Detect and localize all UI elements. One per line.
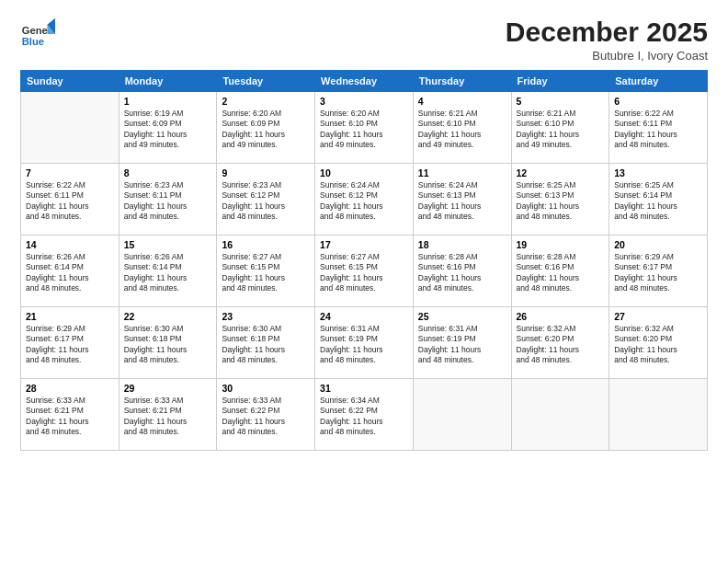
day-info: Sunrise: 6:31 AMSunset: 6:19 PMDaylight:… [418, 324, 506, 366]
page: General Blue December 2025 Butubre I, Iv… [0, 0, 728, 563]
weekday-saturday: Saturday [609, 71, 708, 92]
day-info: Sunrise: 6:31 AMSunset: 6:19 PMDaylight:… [320, 324, 408, 366]
day-info: Sunrise: 6:30 AMSunset: 6:18 PMDaylight:… [222, 324, 310, 366]
week-row-4: 21Sunrise: 6:29 AMSunset: 6:17 PMDayligh… [21, 307, 708, 379]
day-number: 8 [124, 167, 212, 178]
calendar-cell: 8Sunrise: 6:23 AMSunset: 6:11 PMDaylight… [119, 164, 217, 236]
day-info: Sunrise: 6:24 AMSunset: 6:12 PMDaylight:… [320, 180, 408, 223]
calendar-cell: 15Sunrise: 6:26 AMSunset: 6:14 PMDayligh… [119, 236, 217, 307]
calendar-cell: 21Sunrise: 6:29 AMSunset: 6:17 PMDayligh… [21, 307, 119, 379]
day-number: 23 [222, 311, 310, 322]
day-number: 2 [222, 96, 310, 107]
day-number: 16 [222, 239, 310, 250]
day-number: 4 [418, 96, 506, 107]
calendar-cell: 1Sunrise: 6:19 AMSunset: 6:09 PMDaylight… [119, 92, 217, 164]
day-number: 30 [222, 383, 310, 394]
calendar-cell: 20Sunrise: 6:29 AMSunset: 6:17 PMDayligh… [609, 236, 708, 307]
day-number: 19 [517, 239, 605, 250]
day-info: Sunrise: 6:23 AMSunset: 6:12 PMDaylight:… [222, 180, 310, 223]
calendar-cell: 4Sunrise: 6:21 AMSunset: 6:10 PMDaylight… [413, 92, 511, 164]
day-number: 7 [26, 167, 114, 178]
calendar-cell: 18Sunrise: 6:28 AMSunset: 6:16 PMDayligh… [413, 236, 511, 307]
day-number: 25 [418, 311, 506, 322]
calendar-cell: 14Sunrise: 6:26 AMSunset: 6:14 PMDayligh… [21, 236, 119, 307]
day-info: Sunrise: 6:33 AMSunset: 6:21 PMDaylight:… [26, 396, 114, 438]
day-number: 27 [614, 311, 702, 322]
day-info: Sunrise: 6:33 AMSunset: 6:22 PMDaylight:… [222, 396, 310, 438]
day-info: Sunrise: 6:22 AMSunset: 6:11 PMDaylight:… [614, 109, 702, 151]
location: Butubre I, Ivory Coast [506, 49, 708, 63]
calendar-cell: 30Sunrise: 6:33 AMSunset: 6:22 PMDayligh… [217, 379, 315, 451]
day-number: 3 [320, 96, 408, 107]
day-info: Sunrise: 6:21 AMSunset: 6:10 PMDaylight:… [517, 109, 605, 151]
day-number: 31 [320, 383, 408, 394]
day-number: 28 [26, 383, 114, 394]
weekday-header-row: SundayMondayTuesdayWednesdayThursdayFrid… [21, 71, 708, 92]
day-info: Sunrise: 6:28 AMSunset: 6:16 PMDaylight:… [517, 252, 605, 294]
weekday-friday: Friday [511, 71, 609, 92]
calendar-cell: 5Sunrise: 6:21 AMSunset: 6:10 PMDaylight… [511, 92, 609, 164]
calendar-cell: 13Sunrise: 6:25 AMSunset: 6:14 PMDayligh… [609, 164, 708, 236]
day-number: 1 [124, 96, 212, 107]
title-block: December 2025 Butubre I, Ivory Coast [506, 17, 708, 63]
day-info: Sunrise: 6:32 AMSunset: 6:20 PMDaylight:… [517, 324, 605, 366]
logo: General Blue [20, 17, 55, 52]
calendar-cell: 27Sunrise: 6:32 AMSunset: 6:20 PMDayligh… [609, 307, 708, 379]
weekday-tuesday: Tuesday [217, 71, 315, 92]
calendar-cell: 3Sunrise: 6:20 AMSunset: 6:10 PMDaylight… [315, 92, 414, 164]
day-info: Sunrise: 6:22 AMSunset: 6:11 PMDaylight:… [26, 180, 114, 223]
calendar-cell: 23Sunrise: 6:30 AMSunset: 6:18 PMDayligh… [217, 307, 315, 379]
weekday-thursday: Thursday [413, 71, 511, 92]
calendar-cell: 6Sunrise: 6:22 AMSunset: 6:11 PMDaylight… [609, 92, 708, 164]
calendar-cell [609, 379, 708, 451]
day-info: Sunrise: 6:27 AMSunset: 6:15 PMDaylight:… [222, 252, 310, 294]
day-number: 11 [418, 167, 506, 178]
calendar-cell: 7Sunrise: 6:22 AMSunset: 6:11 PMDaylight… [21, 164, 119, 236]
day-info: Sunrise: 6:26 AMSunset: 6:14 PMDaylight:… [26, 252, 114, 294]
day-number: 20 [614, 239, 702, 250]
calendar-cell: 12Sunrise: 6:25 AMSunset: 6:13 PMDayligh… [511, 164, 609, 236]
day-number: 29 [124, 383, 212, 394]
calendar-cell: 16Sunrise: 6:27 AMSunset: 6:15 PMDayligh… [217, 236, 315, 307]
day-info: Sunrise: 6:20 AMSunset: 6:10 PMDaylight:… [320, 109, 408, 151]
day-number: 24 [320, 311, 408, 322]
day-number: 14 [26, 239, 114, 250]
week-row-3: 14Sunrise: 6:26 AMSunset: 6:14 PMDayligh… [21, 236, 708, 307]
day-number: 15 [124, 239, 212, 250]
day-info: Sunrise: 6:20 AMSunset: 6:09 PMDaylight:… [222, 109, 310, 151]
day-info: Sunrise: 6:25 AMSunset: 6:14 PMDaylight:… [614, 180, 702, 223]
day-number: 6 [614, 96, 702, 107]
month-title: December 2025 [506, 17, 708, 47]
day-info: Sunrise: 6:29 AMSunset: 6:17 PMDaylight:… [614, 252, 702, 294]
calendar-cell [511, 379, 609, 451]
day-info: Sunrise: 6:19 AMSunset: 6:09 PMDaylight:… [124, 109, 212, 151]
day-number: 12 [517, 167, 605, 178]
header: General Blue December 2025 Butubre I, Iv… [20, 17, 708, 63]
calendar-cell: 11Sunrise: 6:24 AMSunset: 6:13 PMDayligh… [413, 164, 511, 236]
calendar-cell: 31Sunrise: 6:34 AMSunset: 6:22 PMDayligh… [315, 379, 414, 451]
calendar-cell: 29Sunrise: 6:33 AMSunset: 6:21 PMDayligh… [119, 379, 217, 451]
day-info: Sunrise: 6:21 AMSunset: 6:10 PMDaylight:… [418, 109, 506, 151]
calendar-cell: 17Sunrise: 6:27 AMSunset: 6:15 PMDayligh… [315, 236, 414, 307]
day-number: 13 [614, 167, 702, 178]
day-number: 17 [320, 239, 408, 250]
weekday-sunday: Sunday [21, 71, 119, 92]
day-info: Sunrise: 6:29 AMSunset: 6:17 PMDaylight:… [26, 324, 114, 366]
day-number: 5 [517, 96, 605, 107]
day-number: 21 [26, 311, 114, 322]
calendar-cell: 2Sunrise: 6:20 AMSunset: 6:09 PMDaylight… [217, 92, 315, 164]
day-info: Sunrise: 6:30 AMSunset: 6:18 PMDaylight:… [124, 324, 212, 366]
week-row-2: 7Sunrise: 6:22 AMSunset: 6:11 PMDaylight… [21, 164, 708, 236]
day-info: Sunrise: 6:25 AMSunset: 6:13 PMDaylight:… [517, 180, 605, 223]
day-info: Sunrise: 6:23 AMSunset: 6:11 PMDaylight:… [124, 180, 212, 223]
logo-icon: General Blue [20, 17, 55, 52]
day-number: 9 [222, 167, 310, 178]
day-info: Sunrise: 6:28 AMSunset: 6:16 PMDaylight:… [418, 252, 506, 294]
week-row-1: 1Sunrise: 6:19 AMSunset: 6:09 PMDaylight… [21, 92, 708, 164]
calendar-cell: 10Sunrise: 6:24 AMSunset: 6:12 PMDayligh… [315, 164, 414, 236]
day-info: Sunrise: 6:33 AMSunset: 6:21 PMDaylight:… [124, 396, 212, 438]
day-number: 26 [517, 311, 605, 322]
weekday-wednesday: Wednesday [315, 71, 414, 92]
calendar-cell: 9Sunrise: 6:23 AMSunset: 6:12 PMDaylight… [217, 164, 315, 236]
day-info: Sunrise: 6:26 AMSunset: 6:14 PMDaylight:… [124, 252, 212, 294]
